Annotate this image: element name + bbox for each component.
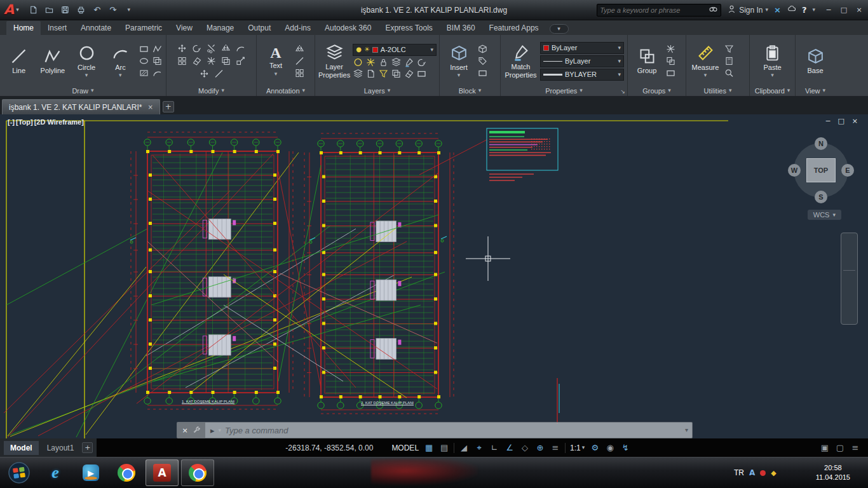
taskbar-internet-explorer[interactable]: e bbox=[39, 459, 72, 486]
object-snap-toggle[interactable]: ⊕ bbox=[532, 441, 548, 455]
tab-output[interactable]: Output bbox=[241, 21, 278, 35]
viewcube-top-face[interactable]: TOP bbox=[806, 158, 836, 182]
paste-button[interactable]: Paste ▾ bbox=[757, 44, 789, 79]
measure-button[interactable]: Measure ▾ bbox=[689, 44, 721, 79]
fillet-icon[interactable] bbox=[235, 43, 246, 53]
scale-icon[interactable] bbox=[235, 56, 246, 66]
ellipse-icon[interactable] bbox=[139, 56, 149, 66]
infer-constraints-toggle[interactable]: ◢ bbox=[456, 441, 471, 455]
drawing-canvas[interactable]: [-] [Top] [2D Wireframe] ─ □ × N W E S T… bbox=[0, 114, 868, 438]
cad-drawing[interactable] bbox=[0, 114, 868, 438]
insert-button[interactable]: Insert ▾ bbox=[443, 44, 475, 79]
layout1-tab[interactable]: Layout1 bbox=[41, 441, 81, 455]
layer-unisolate-icon[interactable] bbox=[353, 69, 363, 79]
tab-annotate[interactable]: Annotate bbox=[74, 21, 118, 35]
hatch-icon[interactable] bbox=[139, 68, 149, 78]
view-control[interactable]: [Top] bbox=[16, 118, 33, 126]
group-selection-icon[interactable] bbox=[665, 68, 676, 78]
object-color-dropdown[interactable]: ByLayer ▾ bbox=[540, 42, 624, 54]
orbit-icon[interactable] bbox=[844, 293, 855, 304]
tab-view[interactable]: View bbox=[169, 21, 200, 35]
command-prompt[interactable]: ▸ ▾ Type a command bbox=[205, 426, 288, 435]
start-button[interactable] bbox=[2, 458, 36, 488]
grid-display-toggle[interactable]: ▦ bbox=[421, 441, 437, 455]
command-line[interactable]: × ▸ ▾ Type a command ▾ bbox=[177, 422, 693, 438]
quick-select-icon[interactable] bbox=[724, 44, 735, 54]
id-point-icon[interactable] bbox=[724, 68, 735, 78]
taskbar-media-player[interactable]: ▶ bbox=[74, 459, 107, 486]
layer-properties-button[interactable]: Layer Properties bbox=[318, 43, 350, 79]
rotate-icon[interactable] bbox=[191, 43, 202, 53]
lineweight-toggle[interactable]: ≡ bbox=[548, 441, 563, 455]
tab-bim360[interactable]: BIM 360 bbox=[440, 21, 482, 35]
taskbar-chrome[interactable] bbox=[110, 459, 143, 486]
stretch-icon[interactable] bbox=[199, 69, 210, 79]
panel-title-clipboard[interactable]: Clipboard ▾ bbox=[750, 85, 795, 96]
qat-customize-button[interactable]: ▾ bbox=[122, 3, 136, 17]
move-icon[interactable] bbox=[177, 43, 187, 53]
customization-button[interactable]: ≡ bbox=[848, 441, 863, 455]
circle-button[interactable]: Circle ▾ bbox=[71, 44, 102, 79]
panel-title-modify[interactable]: Modify ▾ bbox=[166, 85, 256, 96]
explode-icon[interactable] bbox=[206, 56, 217, 66]
ribbon-display-toggle[interactable]: ▾ bbox=[550, 24, 569, 34]
clean-screen-button[interactable]: ▢ bbox=[832, 441, 848, 455]
exchange-apps-icon[interactable]: × bbox=[774, 6, 781, 14]
panel-title-utilities[interactable]: Utilities ▾ bbox=[686, 85, 749, 96]
leader-icon[interactable] bbox=[294, 56, 305, 66]
viewport-menu-control[interactable]: [-] bbox=[8, 118, 15, 126]
redo-button[interactable]: ↷ bbox=[106, 3, 120, 17]
tab-home[interactable]: Home bbox=[6, 21, 41, 35]
help-menu-icon[interactable]: ▾ bbox=[812, 7, 815, 13]
layer-match-icon[interactable] bbox=[403, 57, 414, 67]
panel-title-block[interactable]: Block ▾ bbox=[440, 85, 500, 96]
isometric-drafting-toggle[interactable]: ◇ bbox=[517, 441, 532, 455]
region-icon[interactable] bbox=[152, 56, 163, 66]
tab-addins[interactable]: Add-ins bbox=[278, 21, 318, 35]
network-icon[interactable] bbox=[797, 468, 807, 478]
layer-dropdown[interactable]: ● ☀ A-2OLC ▾ bbox=[353, 44, 437, 56]
command-close-icon[interactable]: × bbox=[182, 427, 187, 434]
dimension-icon[interactable] bbox=[294, 44, 305, 54]
layer-current-icon[interactable] bbox=[365, 69, 376, 79]
undo-button[interactable]: ↶ bbox=[90, 3, 104, 17]
layer-freeze-icon[interactable] bbox=[365, 57, 376, 67]
notification-tray-icon[interactable] bbox=[760, 470, 766, 476]
file-tab-close-icon[interactable]: × bbox=[147, 104, 153, 111]
application-menu-button[interactable]: A ▾ bbox=[0, 0, 24, 20]
lineweight-dropdown[interactable]: BYLAYER ▾ bbox=[540, 69, 624, 81]
polyline-button[interactable]: Polyline bbox=[37, 47, 68, 75]
snap-mode-toggle[interactable]: ▤ bbox=[437, 441, 452, 455]
model-space-toggle[interactable]: MODEL bbox=[389, 441, 421, 455]
command-customize-icon[interactable] bbox=[193, 426, 201, 435]
mirror-icon[interactable] bbox=[220, 43, 231, 53]
doc-restore-icon[interactable]: □ bbox=[837, 118, 844, 125]
text-button[interactable]: A Text ▾ bbox=[260, 45, 292, 77]
panel-title-annotation[interactable]: Annotation ▾ bbox=[257, 85, 315, 96]
erase-icon[interactable] bbox=[191, 56, 202, 66]
dynamic-input-toggle[interactable]: ⌖ bbox=[471, 441, 487, 455]
group-button[interactable]: Group bbox=[631, 47, 663, 75]
new-drawing-tab-button[interactable]: + bbox=[163, 101, 174, 112]
taskbar-autocad[interactable]: A bbox=[146, 459, 179, 486]
viewcube-east[interactable]: E bbox=[841, 164, 854, 177]
match-properties-button[interactable]: Match Properties bbox=[504, 43, 538, 79]
revision-cloud-icon[interactable] bbox=[152, 68, 163, 78]
rectangle-icon[interactable] bbox=[139, 44, 149, 54]
doc-minimize-icon[interactable]: ─ bbox=[826, 118, 831, 125]
file-tab-active[interactable]: işbank 1. VE 2. KAT KALIP PLANLARI* × bbox=[2, 99, 160, 114]
full-navigation-wheel-icon[interactable] bbox=[844, 237, 855, 248]
doc-close-icon[interactable]: × bbox=[852, 118, 858, 125]
taskbar-clock[interactable]: 20:58 11.04.2015 bbox=[812, 463, 854, 482]
workspace-switching-button[interactable]: ⚙ bbox=[587, 441, 602, 455]
offset-icon[interactable] bbox=[220, 56, 231, 66]
help-search-box[interactable] bbox=[597, 4, 721, 17]
tab-manage[interactable]: Manage bbox=[200, 21, 241, 35]
layer-merge-icon[interactable] bbox=[391, 69, 402, 79]
command-expand-icon[interactable]: ▾ bbox=[685, 427, 688, 433]
minimize-button[interactable]: ─ bbox=[824, 5, 834, 15]
tab-autodesk360[interactable]: Autodesk 360 bbox=[318, 21, 378, 35]
zoom-icon[interactable] bbox=[844, 276, 855, 287]
ortho-mode-toggle[interactable]: ∟ bbox=[487, 441, 502, 455]
group-edit-icon[interactable] bbox=[665, 56, 676, 66]
